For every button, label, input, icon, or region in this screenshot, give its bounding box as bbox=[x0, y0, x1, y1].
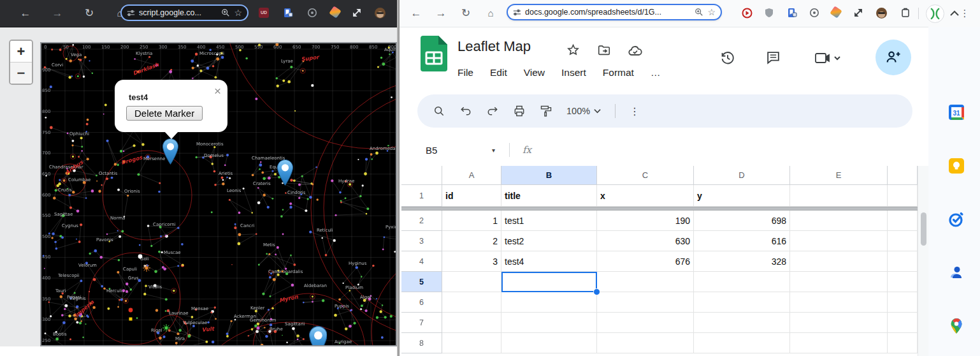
cell-C7[interactable] bbox=[597, 313, 694, 333]
extension-bookmark-lock-icon[interactable] bbox=[283, 8, 294, 19]
fullscreen-arrows-icon[interactable] bbox=[853, 8, 865, 19]
cell-F4[interactable] bbox=[888, 251, 918, 272]
bookmark-star-icon[interactable]: ☆ bbox=[707, 7, 716, 17]
collapse-toolbar-icon[interactable] bbox=[949, 10, 960, 17]
cell-F6[interactable] bbox=[888, 292, 918, 313]
extension-brush-icon[interactable] bbox=[331, 8, 342, 19]
zoom-in-icon[interactable] bbox=[221, 8, 230, 17]
cell-E3[interactable] bbox=[790, 231, 888, 251]
zoom-select[interactable]: 100% bbox=[566, 106, 601, 116]
document-title[interactable]: Leaflet Map bbox=[458, 38, 531, 55]
extension-ublock-icon[interactable]: UD bbox=[259, 8, 270, 19]
vertical-scrollbar[interactable] bbox=[918, 166, 929, 356]
name-box-caret-icon[interactable]: ▾ bbox=[492, 147, 495, 154]
search-icon[interactable] bbox=[433, 105, 445, 117]
cell-B1[interactable]: title bbox=[501, 185, 597, 207]
row-header-3[interactable]: 3 bbox=[401, 231, 442, 251]
leaflet-star-map[interactable]: × test4 Delete Marker bbox=[40, 42, 397, 346]
back-icon[interactable]: ← bbox=[17, 0, 34, 27]
back-icon[interactable]: ← bbox=[408, 0, 424, 27]
frozen-row-divider[interactable] bbox=[401, 207, 928, 211]
cell-B3[interactable]: test2 bbox=[501, 231, 597, 251]
map-zoom-in-button[interactable]: + bbox=[10, 41, 32, 62]
cell-A2[interactable]: 1 bbox=[442, 211, 501, 231]
cell-D8[interactable] bbox=[694, 333, 790, 353]
menu-[interactable]: … bbox=[651, 64, 661, 82]
tune-icon[interactable] bbox=[127, 9, 135, 17]
home-icon[interactable]: ⌂ bbox=[482, 0, 499, 27]
forward-icon[interactable]: → bbox=[433, 0, 449, 27]
cell-E7[interactable] bbox=[790, 313, 888, 333]
spreadsheet-grid[interactable]: ABCDE1idtitlexy21test119069832test263061… bbox=[401, 166, 918, 356]
cell-D3[interactable]: 616 bbox=[694, 231, 790, 251]
menu-insert[interactable]: Insert bbox=[561, 64, 586, 82]
cell-C5[interactable] bbox=[597, 272, 694, 292]
cell-B4[interactable]: test4 bbox=[501, 251, 597, 272]
cell-D1[interactable]: y bbox=[694, 185, 790, 207]
cell-F3[interactable] bbox=[888, 231, 918, 251]
extension-shield-icon[interactable] bbox=[764, 8, 775, 19]
cell-E2[interactable] bbox=[790, 211, 888, 231]
row-header-4[interactable]: 4 bbox=[401, 251, 442, 272]
grid-corner[interactable] bbox=[888, 166, 918, 185]
map-marker-3[interactable] bbox=[309, 326, 328, 346]
cell-C6[interactable] bbox=[597, 292, 694, 313]
column-header-A[interactable]: A bbox=[442, 166, 501, 185]
calendar-icon[interactable]: 31 bbox=[948, 104, 965, 121]
avatar-monkey-icon[interactable] bbox=[375, 8, 386, 19]
column-header-C[interactable]: C bbox=[597, 166, 694, 185]
cloud-saved-icon[interactable] bbox=[628, 43, 642, 57]
keep-icon[interactable] bbox=[948, 158, 965, 174]
cell-E6[interactable] bbox=[790, 292, 888, 313]
extension-clipboard-icon[interactable] bbox=[900, 8, 912, 19]
extension-circle-icon[interactable] bbox=[809, 8, 821, 19]
avatar-monkey-icon[interactable] bbox=[876, 8, 888, 19]
cell-D7[interactable] bbox=[694, 313, 790, 333]
cell-B2[interactable]: test1 bbox=[501, 211, 597, 231]
cell-F5[interactable] bbox=[888, 272, 918, 292]
cell-F1[interactable] bbox=[888, 185, 918, 207]
map-marker-2[interactable] bbox=[277, 159, 293, 186]
fullscreen-arrows-icon[interactable] bbox=[352, 8, 363, 19]
map-zoom-out-button[interactable]: − bbox=[10, 62, 32, 84]
zoom-in-icon[interactable] bbox=[695, 8, 703, 17]
redo-icon[interactable] bbox=[486, 105, 499, 117]
star-document-icon[interactable] bbox=[566, 43, 580, 57]
cell-F7[interactable] bbox=[888, 313, 918, 333]
cell-C1[interactable]: x bbox=[597, 185, 694, 207]
cell-D6[interactable] bbox=[694, 292, 790, 313]
cell-D2[interactable]: 698 bbox=[694, 211, 790, 231]
cell-E5[interactable] bbox=[790, 272, 888, 292]
toolbar-overflow-kebab-icon[interactable]: ⋮ bbox=[630, 105, 640, 117]
popup-close-icon[interactable]: × bbox=[214, 85, 221, 97]
cell-D4[interactable]: 328 bbox=[694, 251, 790, 272]
profile-avatar[interactable] bbox=[926, 4, 944, 23]
column-header-D[interactable]: D bbox=[694, 166, 790, 185]
extension-circle-icon[interactable] bbox=[307, 8, 319, 19]
cell-A8[interactable] bbox=[442, 333, 501, 353]
grid-corner[interactable] bbox=[401, 166, 442, 185]
cell-A6[interactable] bbox=[442, 292, 501, 313]
cell-B6[interactable] bbox=[501, 292, 597, 313]
cell-A3[interactable]: 2 bbox=[442, 231, 501, 251]
cell-F2[interactable] bbox=[888, 211, 918, 231]
maps-icon[interactable] bbox=[948, 318, 965, 334]
delete-marker-button[interactable]: Delete Marker bbox=[126, 106, 203, 121]
scrollbar-thumb[interactable] bbox=[921, 212, 926, 246]
cell-C8[interactable] bbox=[597, 333, 694, 353]
menu-file[interactable]: File bbox=[458, 64, 473, 82]
reload-icon[interactable]: ↻ bbox=[81, 0, 97, 27]
row-header-7[interactable]: 7 bbox=[401, 313, 442, 333]
cell-C3[interactable]: 630 bbox=[597, 231, 694, 251]
row-header-2[interactable]: 2 bbox=[401, 211, 442, 231]
cell-C2[interactable]: 190 bbox=[597, 211, 694, 231]
bookmark-star-icon[interactable]: ☆ bbox=[234, 8, 242, 18]
cell-A7[interactable] bbox=[442, 313, 501, 333]
row-header-1[interactable]: 1 bbox=[401, 185, 442, 207]
menu-edit[interactable]: Edit bbox=[490, 64, 507, 82]
row-header-8[interactable]: 8 bbox=[401, 333, 442, 353]
cell-D5[interactable] bbox=[694, 272, 790, 292]
fill-handle[interactable] bbox=[593, 288, 600, 295]
row-header-6[interactable]: 6 bbox=[401, 292, 442, 313]
cell-E4[interactable] bbox=[790, 251, 888, 272]
